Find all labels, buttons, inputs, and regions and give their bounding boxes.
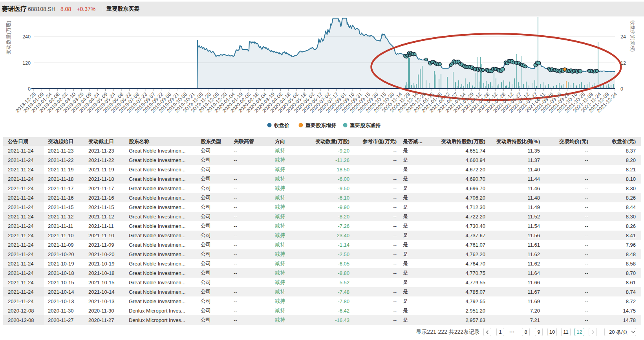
svg-text:重要股东减持: 重要股东减持 — [350, 122, 381, 128]
svg-text:12: 12 — [620, 60, 626, 66]
svg-text:收盘价: 收盘价 — [274, 122, 290, 128]
svg-text:120: 120 — [22, 60, 31, 66]
svg-text:24: 24 — [620, 34, 626, 40]
svg-text:重要股东增持: 重要股东增持 — [306, 122, 336, 128]
svg-text:240: 240 — [22, 34, 31, 40]
svg-text:变动数量(万股): 变动数量(万股) — [5, 21, 11, 55]
svg-text:0: 0 — [620, 86, 623, 92]
svg-text:0: 0 — [28, 86, 31, 92]
svg-text:收盘价(前复权): 收盘价(前复权) — [630, 20, 635, 52]
